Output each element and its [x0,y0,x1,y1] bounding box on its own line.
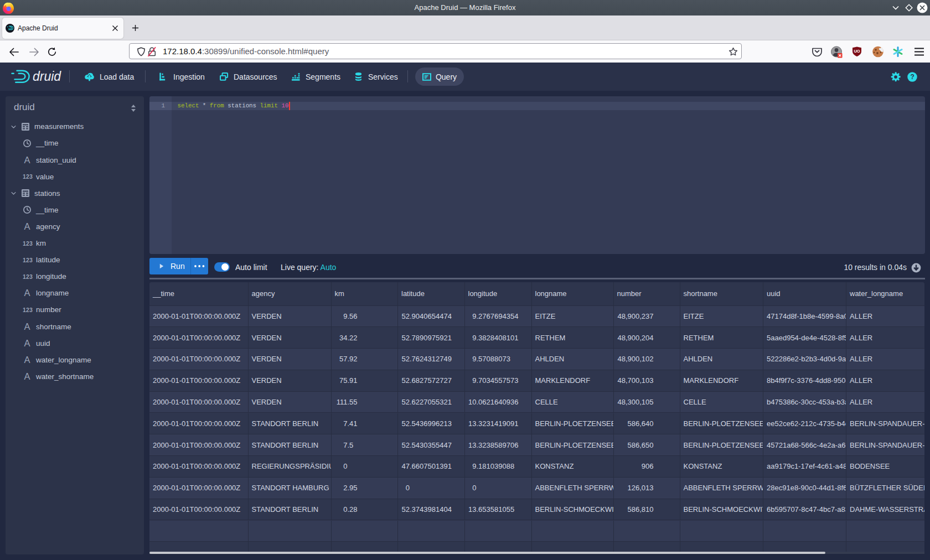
svg-text:UO: UO [854,49,860,54]
svg-text:?: ? [910,73,914,81]
